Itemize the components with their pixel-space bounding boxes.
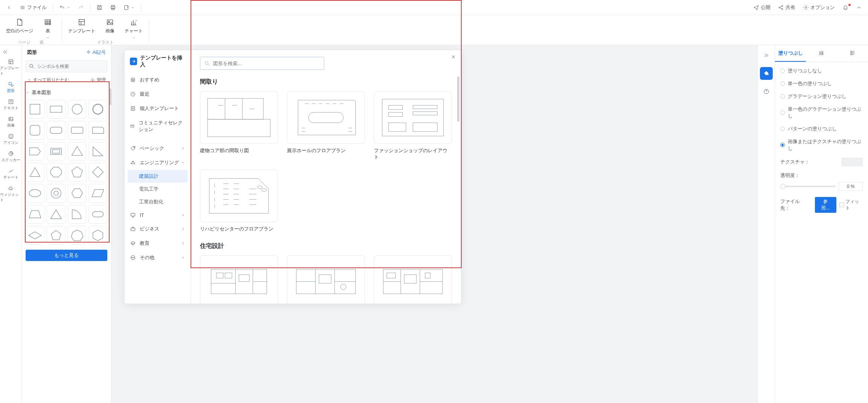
cat-basic[interactable]: ベーシック xyxy=(125,141,191,156)
shape-quarter[interactable] xyxy=(68,205,87,224)
fit-checkbox[interactable]: フィット xyxy=(839,198,863,211)
section-toggle-basic[interactable]: 基本図形 xyxy=(26,88,107,98)
opacity-value[interactable]: 0 % xyxy=(839,182,863,191)
opacity-slider[interactable] xyxy=(780,186,836,187)
shape-trapezoid[interactable] xyxy=(26,205,44,224)
template-card[interactable]: 建物コア部の間取り図 xyxy=(200,91,278,160)
share-button[interactable]: 共有 xyxy=(775,3,798,12)
shape-triangle-up[interactable] xyxy=(26,163,44,182)
template-card[interactable] xyxy=(287,255,365,304)
template-card[interactable]: ファッションショップのレイアウト xyxy=(374,91,452,160)
fill-option-solid[interactable]: 単一色の塗りつぶし xyxy=(780,80,863,87)
shape-rounded-rect[interactable] xyxy=(47,121,66,140)
rail-text[interactable]: テキスト xyxy=(0,96,21,113)
sub-electrical[interactable]: 電気工学 xyxy=(125,183,191,195)
shape-single-round[interactable] xyxy=(88,121,107,140)
browse-button[interactable]: 参照... xyxy=(815,197,836,213)
cat-recommend[interactable]: おすすめ xyxy=(125,73,191,87)
template-button[interactable]: テンプレート xyxy=(68,18,95,40)
shape-diamond[interactable] xyxy=(88,163,107,182)
fill-option-gradient[interactable]: グラデーション塗りつぶし xyxy=(780,93,863,100)
shape-parallelogram[interactable] xyxy=(88,184,107,203)
shape-hexagon[interactable] xyxy=(68,184,87,203)
shape-octagon[interactable] xyxy=(47,163,66,182)
help-button[interactable] xyxy=(760,85,773,98)
fill-panel-button[interactable] xyxy=(760,67,773,80)
shape-square[interactable] xyxy=(26,100,44,119)
shape-pentagon2[interactable] xyxy=(47,226,66,245)
fold-all-button[interactable]: すべて折りたたむ xyxy=(27,77,69,83)
template-search-input[interactable] xyxy=(200,57,324,69)
shape-pentagon[interactable] xyxy=(68,163,87,182)
tab-line[interactable]: 線 xyxy=(806,45,837,62)
tab-fill[interactable]: 塗りつぶし xyxy=(775,45,806,62)
sub-industrial[interactable]: 工業自動化 xyxy=(125,195,191,208)
shape-triangle2[interactable] xyxy=(47,205,66,224)
fill-option-none[interactable]: 塗りつぶしなし xyxy=(780,67,863,74)
cat-community[interactable]: コミュニティセレクション xyxy=(125,116,191,137)
rail-widget[interactable]: ウィジェット xyxy=(0,183,21,205)
save-button[interactable] xyxy=(93,3,105,12)
texture-swatch[interactable] xyxy=(842,158,863,166)
ai-symbol-button[interactable]: AI記号 xyxy=(86,49,106,56)
cat-engineering[interactable]: エンジニアリング xyxy=(125,156,191,170)
rail-chart[interactable]: チャート xyxy=(0,166,21,182)
template-card[interactable]: リハビリセンターのフロアプラン xyxy=(200,169,278,232)
collapse-toolbar-button[interactable] xyxy=(853,3,865,12)
fill-option-mono-gradient[interactable]: 単一色のグラデーション塗りつぶし xyxy=(780,106,863,119)
print-button[interactable] xyxy=(107,3,119,12)
template-card[interactable] xyxy=(374,255,452,304)
modal-scrollbar[interactable] xyxy=(457,76,459,122)
shape-search-input[interactable] xyxy=(26,60,107,72)
shape-stadium[interactable] xyxy=(88,205,107,224)
sub-architecture[interactable]: 建築設計 xyxy=(128,170,188,183)
chart-button[interactable]: チャート xyxy=(125,18,143,40)
shape-right-triangle[interactable] xyxy=(88,142,107,161)
shape-circle-thick[interactable] xyxy=(88,100,107,119)
shape-rectangle[interactable] xyxy=(47,100,66,119)
shape-circle[interactable] xyxy=(68,100,87,119)
tab-shadow[interactable]: 影 xyxy=(837,45,868,62)
shape-hexagon2[interactable] xyxy=(88,226,107,245)
rail-shape[interactable]: 図形 xyxy=(0,79,21,96)
new-blank-page-button[interactable]: 空白のページ xyxy=(6,18,33,40)
file-menu-button[interactable]: ファイル xyxy=(17,3,50,12)
cat-business[interactable]: ビジネス xyxy=(125,222,191,236)
rail-template[interactable]: テンプレート xyxy=(0,56,21,78)
options-button[interactable]: オプション xyxy=(800,3,838,12)
cat-it[interactable]: IT xyxy=(125,208,191,222)
notification-button[interactable] xyxy=(839,3,851,12)
shape-ellipse[interactable] xyxy=(26,184,44,203)
show-more-button[interactable]: もっと見る xyxy=(26,250,107,261)
export-button[interactable] xyxy=(121,3,138,12)
expand-right-panel-button[interactable] xyxy=(760,49,773,62)
manage-button[interactable]: 管理 xyxy=(90,77,106,83)
shape-rounded-square[interactable] xyxy=(26,121,44,140)
cat-personal[interactable]: 個人テンプレート xyxy=(125,101,191,116)
fill-option-texture[interactable]: 画像またはテクスチャの塗りつぶし xyxy=(780,138,863,152)
shape-tag[interactable] xyxy=(26,142,44,161)
redo-button[interactable] xyxy=(75,3,87,12)
image-button[interactable]: 画像 xyxy=(102,18,118,40)
collapse-left-panel-button[interactable] xyxy=(2,49,8,55)
rail-image[interactable]: 画像 xyxy=(0,114,21,130)
shape-heptagon[interactable] xyxy=(68,226,87,245)
shape-frame[interactable] xyxy=(47,142,66,161)
template-card[interactable] xyxy=(200,255,278,304)
cat-recent[interactable]: 最近 xyxy=(125,87,191,101)
modal-close-button[interactable] xyxy=(450,54,456,60)
shape-donut[interactable] xyxy=(47,184,66,203)
template-card[interactable]: 展示ホールのフロアプラン xyxy=(287,91,365,160)
shape-triangle[interactable] xyxy=(68,142,87,161)
table-button[interactable]: 表 xyxy=(40,18,56,40)
cat-other[interactable]: その他 xyxy=(125,250,191,265)
rail-icon[interactable]: アイコン xyxy=(0,131,21,148)
shape-diamond2[interactable] xyxy=(26,226,44,245)
undo-button[interactable] xyxy=(56,3,73,12)
fill-option-pattern[interactable]: パターンの塗りつぶし xyxy=(780,125,863,132)
publish-button[interactable]: 公開 xyxy=(750,3,773,12)
cat-education[interactable]: 教育 xyxy=(125,236,191,250)
back-button[interactable] xyxy=(3,3,15,12)
rail-sticker[interactable]: ステッカー xyxy=(0,148,21,165)
shape-rounded-rect2[interactable] xyxy=(68,121,87,140)
